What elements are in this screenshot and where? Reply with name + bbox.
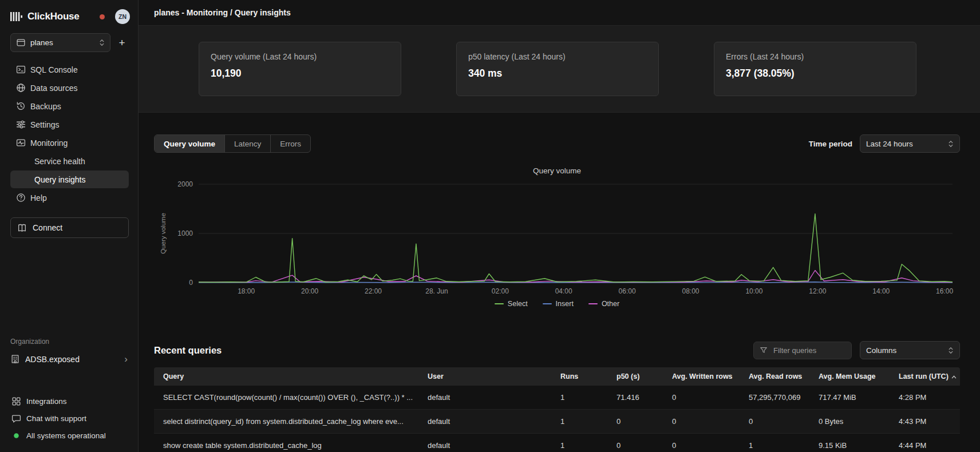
tab-latency[interactable]: Latency xyxy=(225,135,271,152)
filter-queries-box xyxy=(753,342,852,359)
chevron-updown-icon xyxy=(948,140,954,148)
sidebar-item-sql-console[interactable]: SQL Console xyxy=(10,61,129,78)
backups-icon xyxy=(16,101,26,111)
brand-name: ClickHouse xyxy=(27,11,80,22)
column-header-p50-s[interactable]: p50 (s) xyxy=(610,367,665,386)
help-icon xyxy=(16,193,26,203)
tab-errors[interactable]: Errors xyxy=(271,135,310,152)
monitoring-icon xyxy=(16,138,26,148)
stat-label: Errors (Last 24 hours) xyxy=(726,52,904,61)
table-row[interactable]: show create table system.distributed_cac… xyxy=(154,434,960,452)
cell-last-run-utc: 4:28 PM xyxy=(892,386,960,410)
stat-label: p50 latency (Last 24 hours) xyxy=(468,52,647,61)
cell-avg-read-rows: 1 xyxy=(742,434,812,452)
series-line-other xyxy=(199,271,953,283)
organization-selector[interactable]: ADSB.exposed › xyxy=(0,351,138,367)
legend-item-insert[interactable]: Insert xyxy=(543,300,574,308)
console-icon xyxy=(16,65,26,74)
app-root: ClickHouse ZN planes + SQL ConsoleData s… xyxy=(0,0,980,452)
cell-avg-mem-usage: 0 Bytes xyxy=(812,410,892,434)
sidebar-item-all-systems-operational[interactable]: All systems operational xyxy=(10,427,129,444)
sidebar-item-chat-with-support[interactable]: Chat with support xyxy=(10,410,129,427)
sidebar-item-label: Data sources xyxy=(30,84,77,93)
sidebar-item-label: Backups xyxy=(30,102,61,111)
columns-label: Columns xyxy=(866,346,896,355)
funnel-icon xyxy=(760,346,768,354)
table-row[interactable]: SELECT CAST(round(pow(count() / max(coun… xyxy=(154,386,960,410)
query-volume-chart: 01000200018:0020:0022:0028. Jun02:0004:0… xyxy=(154,176,960,298)
column-header-avg-read-rows[interactable]: Avg. Read rows xyxy=(742,367,812,386)
status-operational-icon xyxy=(11,431,21,441)
column-header-runs[interactable]: Runs xyxy=(554,367,610,386)
cell-query: select distrinct(query_id) from system.d… xyxy=(154,410,421,434)
connect-label: Connect xyxy=(33,223,62,232)
stat-card-errors-last-24-hours: Errors (Last 24 hours)3,877 (38.05%) xyxy=(714,42,916,96)
legend-marker xyxy=(543,303,552,304)
sidebar-item-label: Chat with support xyxy=(26,414,86,423)
columns-select[interactable]: Columns xyxy=(860,341,960,359)
cell-user: default xyxy=(421,386,554,410)
cell-runs: 1 xyxy=(554,434,610,452)
sidebar: ClickHouse ZN planes + SQL ConsoleData s… xyxy=(0,0,139,452)
cell-last-run-utc: 4:44 PM xyxy=(892,434,960,452)
add-service-button[interactable]: + xyxy=(114,35,130,51)
sidebar-item-data-sources[interactable]: Data sources xyxy=(10,79,129,97)
settings-icon xyxy=(16,120,26,129)
column-header-user[interactable]: User xyxy=(421,367,554,386)
column-header-avg-written-rows[interactable]: Avg. Written rows xyxy=(665,367,742,386)
column-header-last-run-utc[interactable]: Last run (UTC) xyxy=(892,367,960,386)
column-header-query[interactable]: Query xyxy=(154,367,421,386)
tabs-row: Query volumeLatencyErrors Time period La… xyxy=(154,134,960,153)
x-tick-label: 04:00 xyxy=(555,287,572,295)
cell-avg-mem-usage: 9.15 KiB xyxy=(812,434,892,452)
cell-avg-written-rows: 0 xyxy=(665,434,742,452)
avatar[interactable]: ZN xyxy=(115,9,130,24)
sidebar-item-label: Monitoring xyxy=(30,138,68,148)
sidebar-item-service-health[interactable]: Service health xyxy=(10,152,129,170)
legend-marker xyxy=(588,303,598,304)
sidebar-item-backups[interactable]: Backups xyxy=(10,97,129,115)
sidebar-item-query-insights[interactable]: Query insights xyxy=(10,171,129,188)
sidebar-nav: SQL ConsoleData sourcesBackupsSettingsMo… xyxy=(0,55,138,207)
filter-queries-input[interactable] xyxy=(772,346,845,355)
brand-row: ClickHouse ZN xyxy=(0,5,138,29)
connect-button[interactable]: Connect xyxy=(10,217,129,238)
cell-p50-s: 71.416 xyxy=(610,386,665,410)
x-tick-label: 06:00 xyxy=(619,287,636,295)
stat-card-query-volume-last-24-hours: Query volume (Last 24 hours)10,190 xyxy=(199,42,401,96)
sidebar-item-help[interactable]: Help xyxy=(10,189,129,207)
sidebar-footer: IntegrationsChat with supportAll systems… xyxy=(0,392,138,444)
sidebar-item-integrations[interactable]: Integrations xyxy=(10,392,129,410)
time-period-value: Last 24 hours xyxy=(866,140,913,148)
stats-band: Query volume (Last 24 hours)10,190p50 la… xyxy=(139,26,980,113)
cell-avg-written-rows: 0 xyxy=(665,386,742,410)
time-period-select[interactable]: Last 24 hours xyxy=(860,134,960,153)
stat-value: 340 ms xyxy=(468,68,647,80)
x-tick-label: 18:00 xyxy=(238,287,255,295)
service-name: planes xyxy=(30,38,94,47)
notification-dot[interactable] xyxy=(100,14,105,19)
column-header-avg-mem-usage[interactable]: Avg. Mem Usage xyxy=(812,367,892,386)
chevron-updown-icon xyxy=(948,346,954,355)
series-line-select xyxy=(199,214,953,283)
tab-query-volume[interactable]: Query volume xyxy=(155,135,225,152)
cell-query: SELECT CAST(round(pow(count() / max(coun… xyxy=(154,386,421,410)
legend-item-select[interactable]: Select xyxy=(495,300,528,308)
x-tick-label: 02:00 xyxy=(492,287,509,295)
main-area: planes - Monitoring / Query insights Que… xyxy=(139,0,980,452)
sidebar-item-settings[interactable]: Settings xyxy=(10,116,129,133)
cell-p50-s: 0 xyxy=(610,410,665,434)
page-title: planes - Monitoring / Query insights xyxy=(154,8,291,17)
sort-asc-icon xyxy=(951,375,957,379)
recent-queries-title: Recent queries xyxy=(154,345,222,356)
cell-avg-mem-usage: 717.47 MiB xyxy=(812,386,892,410)
table-row[interactable]: select distrinct(query_id) from system.d… xyxy=(154,410,960,434)
sidebar-item-monitoring[interactable]: Monitoring xyxy=(10,134,129,152)
cell-p50-s: 0 xyxy=(610,434,665,452)
integrations-icon xyxy=(11,397,21,406)
legend-item-other[interactable]: Other xyxy=(588,300,619,308)
legend-label: Select xyxy=(508,300,528,308)
data-sources-icon xyxy=(16,83,26,93)
service-selector[interactable]: planes xyxy=(10,33,110,52)
legend-label: Other xyxy=(602,300,619,308)
